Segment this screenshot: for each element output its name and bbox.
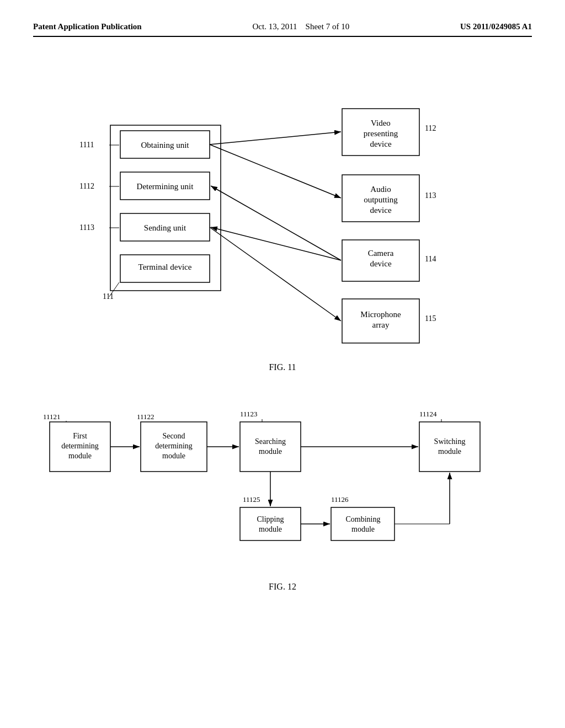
svg-text:Determining unit: Determining unit <box>137 182 194 191</box>
svg-rect-7 <box>342 109 419 156</box>
svg-line-11 <box>210 132 341 144</box>
svg-text:determining: determining <box>155 442 193 450</box>
svg-rect-59 <box>240 507 301 540</box>
svg-text:presenting: presenting <box>364 129 398 138</box>
svg-text:device: device <box>370 259 391 268</box>
svg-text:device: device <box>370 140 391 148</box>
svg-text:Switching: Switching <box>434 437 466 446</box>
publication-date: Oct. 13, 2011 <box>252 22 297 31</box>
svg-text:module: module <box>438 447 461 456</box>
svg-text:11122: 11122 <box>137 413 154 421</box>
header: Patent Application Publication Oct. 13, … <box>33 22 532 37</box>
svg-line-31 <box>109 282 119 297</box>
svg-text:1112: 1112 <box>79 182 94 190</box>
svg-text:Sending unit: Sending unit <box>144 223 186 232</box>
svg-rect-2 <box>110 125 221 291</box>
svg-text:module: module <box>162 452 185 460</box>
svg-line-12 <box>210 144 341 198</box>
svg-text:Audio: Audio <box>370 185 391 194</box>
svg-text:11124: 11124 <box>419 410 437 418</box>
svg-text:module: module <box>351 525 375 533</box>
svg-line-13 <box>211 186 341 260</box>
svg-text:Video: Video <box>371 119 391 127</box>
svg-text:11123: 11123 <box>240 410 258 418</box>
svg-text:115: 115 <box>425 314 436 323</box>
svg-line-15 <box>210 227 341 321</box>
svg-text:Combining: Combining <box>345 515 380 523</box>
sheet-info: Sheet 7 of 10 <box>306 22 350 31</box>
svg-rect-56 <box>419 422 480 472</box>
svg-text:array: array <box>372 320 390 329</box>
svg-text:114: 114 <box>425 255 436 263</box>
svg-text:112: 112 <box>425 124 436 132</box>
fig12-diagram: First determining module Second determin… <box>33 389 532 587</box>
page: Patent Application Publication Oct. 13, … <box>0 0 565 728</box>
svg-text:1113: 1113 <box>79 223 94 232</box>
svg-rect-9 <box>342 240 419 281</box>
svg-text:First: First <box>73 432 87 440</box>
header-left: Patent Application Publication <box>33 22 142 31</box>
svg-text:11125: 11125 <box>243 495 260 504</box>
svg-text:1111: 1111 <box>79 141 94 149</box>
svg-line-14 <box>211 227 341 260</box>
svg-text:module: module <box>259 525 282 533</box>
svg-rect-4 <box>120 172 210 200</box>
header-center: Oct. 13, 2011 Sheet 7 of 10 <box>252 22 349 31</box>
svg-text:Clipping: Clipping <box>257 515 284 523</box>
svg-text:11121: 11121 <box>43 413 61 421</box>
header-right: US 2011/0249085 A1 <box>460 22 532 31</box>
svg-text:111: 111 <box>103 292 114 301</box>
svg-rect-53 <box>240 422 301 472</box>
fig11-diagram: Obtaining unit Determining unit Sending … <box>33 70 532 390</box>
svg-text:Second: Second <box>162 432 185 440</box>
svg-text:Camera: Camera <box>368 249 394 258</box>
svg-text:module: module <box>68 452 92 460</box>
svg-text:module: module <box>259 447 282 456</box>
svg-text:device: device <box>370 206 391 215</box>
svg-rect-3 <box>120 131 210 158</box>
svg-rect-6 <box>120 255 210 282</box>
svg-text:determining: determining <box>61 442 99 450</box>
svg-rect-5 <box>120 213 210 241</box>
svg-text:113: 113 <box>425 191 436 200</box>
svg-rect-10 <box>342 299 419 343</box>
svg-text:Obtaining unit: Obtaining unit <box>141 141 189 149</box>
svg-text:Microphone: Microphone <box>360 310 401 319</box>
svg-text:Searching: Searching <box>255 437 286 446</box>
svg-text:outputting: outputting <box>364 195 398 204</box>
svg-rect-62 <box>331 507 395 540</box>
svg-rect-8 <box>342 175 419 222</box>
svg-text:Terminal device: Terminal device <box>138 263 192 271</box>
svg-text:11126: 11126 <box>331 495 349 504</box>
